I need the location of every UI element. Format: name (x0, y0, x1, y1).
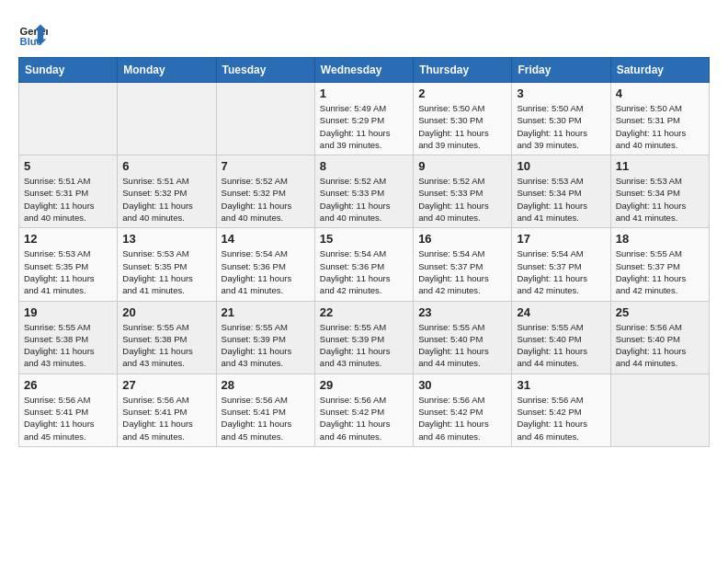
day-info: Sunrise: 5:50 AM Sunset: 5:30 PM Dayligh… (418, 102, 506, 151)
day-number: 2 (418, 86, 506, 100)
calendar-cell: 20Sunrise: 5:55 AM Sunset: 5:38 PM Dayli… (118, 301, 216, 373)
logo: General Blue (18, 18, 51, 48)
day-info: Sunrise: 5:54 AM Sunset: 5:36 PM Dayligh… (222, 247, 310, 296)
calendar-cell: 16Sunrise: 5:54 AM Sunset: 5:37 PM Dayli… (414, 228, 512, 301)
calendar-cell: 28Sunrise: 5:56 AM Sunset: 5:41 PM Dayli… (216, 373, 314, 446)
calendar-cell: 2Sunrise: 5:50 AM Sunset: 5:30 PM Daylig… (414, 83, 512, 155)
calendar-cell: 14Sunrise: 5:54 AM Sunset: 5:36 PM Dayli… (216, 228, 314, 301)
svg-text:General: General (20, 26, 48, 37)
calendar-cell: 22Sunrise: 5:55 AM Sunset: 5:39 PM Dayli… (314, 301, 413, 373)
calendar-cell: 24Sunrise: 5:55 AM Sunset: 5:40 PM Dayli… (512, 301, 610, 373)
page-header: General Blue (18, 18, 710, 48)
day-info: Sunrise: 5:53 AM Sunset: 5:35 PM Dayligh… (24, 247, 112, 296)
calendar-cell: 10Sunrise: 5:53 AM Sunset: 5:34 PM Dayli… (512, 155, 610, 228)
day-number: 11 (616, 159, 704, 173)
calendar-cell: 25Sunrise: 5:56 AM Sunset: 5:40 PM Dayli… (610, 301, 709, 373)
calendar-cell: 1Sunrise: 5:49 AM Sunset: 5:29 PM Daylig… (314, 83, 413, 155)
day-info: Sunrise: 5:56 AM Sunset: 5:42 PM Dayligh… (320, 394, 408, 442)
day-number: 3 (517, 86, 605, 100)
day-number: 15 (320, 232, 408, 246)
day-info: Sunrise: 5:50 AM Sunset: 5:31 PM Dayligh… (616, 102, 704, 151)
calendar-cell: 21Sunrise: 5:55 AM Sunset: 5:39 PM Dayli… (216, 301, 314, 373)
calendar-cell (610, 373, 709, 446)
day-info: Sunrise: 5:56 AM Sunset: 5:41 PM Dayligh… (222, 394, 310, 442)
day-info: Sunrise: 5:52 AM Sunset: 5:33 PM Dayligh… (320, 175, 408, 224)
day-number: 1 (320, 86, 408, 100)
day-info: Sunrise: 5:54 AM Sunset: 5:37 PM Dayligh… (517, 247, 605, 296)
calendar-cell: 23Sunrise: 5:55 AM Sunset: 5:40 PM Dayli… (414, 301, 512, 373)
day-info: Sunrise: 5:53 AM Sunset: 5:35 PM Dayligh… (122, 247, 210, 296)
day-info: Sunrise: 5:55 AM Sunset: 5:39 PM Dayligh… (222, 321, 310, 370)
day-info: Sunrise: 5:53 AM Sunset: 5:34 PM Dayligh… (517, 175, 605, 224)
day-number: 27 (122, 378, 210, 392)
calendar-cell: 12Sunrise: 5:53 AM Sunset: 5:35 PM Dayli… (19, 228, 118, 301)
day-number: 20 (122, 305, 210, 319)
day-number: 22 (320, 305, 408, 319)
calendar-week-5: 26Sunrise: 5:56 AM Sunset: 5:41 PM Dayli… (19, 373, 710, 446)
day-number: 12 (24, 232, 112, 246)
calendar-week-4: 19Sunrise: 5:55 AM Sunset: 5:38 PM Dayli… (19, 301, 710, 373)
day-info: Sunrise: 5:55 AM Sunset: 5:37 PM Dayligh… (616, 247, 704, 296)
day-info: Sunrise: 5:56 AM Sunset: 5:42 PM Dayligh… (517, 394, 605, 442)
day-number: 24 (517, 305, 605, 319)
day-number: 29 (320, 378, 408, 392)
day-info: Sunrise: 5:55 AM Sunset: 5:38 PM Dayligh… (122, 321, 210, 370)
calendar-cell: 26Sunrise: 5:56 AM Sunset: 5:41 PM Dayli… (19, 373, 118, 446)
calendar-cell: 9Sunrise: 5:52 AM Sunset: 5:33 PM Daylig… (414, 155, 512, 228)
day-info: Sunrise: 5:49 AM Sunset: 5:29 PM Dayligh… (320, 102, 408, 151)
weekday-header-saturday: Saturday (610, 58, 709, 83)
day-number: 14 (222, 232, 310, 246)
calendar-week-2: 5Sunrise: 5:51 AM Sunset: 5:31 PM Daylig… (19, 155, 710, 228)
calendar-cell: 11Sunrise: 5:53 AM Sunset: 5:34 PM Dayli… (610, 155, 709, 228)
day-info: Sunrise: 5:55 AM Sunset: 5:39 PM Dayligh… (320, 321, 408, 370)
day-info: Sunrise: 5:53 AM Sunset: 5:34 PM Dayligh… (616, 175, 704, 224)
calendar-table: SundayMondayTuesdayWednesdayThursdayFrid… (18, 57, 710, 447)
day-number: 18 (616, 232, 704, 246)
calendar-cell: 27Sunrise: 5:56 AM Sunset: 5:41 PM Dayli… (118, 373, 216, 446)
day-info: Sunrise: 5:55 AM Sunset: 5:40 PM Dayligh… (418, 321, 506, 370)
day-info: Sunrise: 5:56 AM Sunset: 5:40 PM Dayligh… (616, 321, 704, 370)
weekday-header-monday: Monday (118, 58, 216, 83)
day-number: 31 (517, 378, 605, 392)
day-number: 6 (122, 159, 210, 173)
day-number: 21 (222, 305, 310, 319)
calendar-cell: 13Sunrise: 5:53 AM Sunset: 5:35 PM Dayli… (118, 228, 216, 301)
day-number: 30 (418, 378, 506, 392)
weekday-header-thursday: Thursday (414, 58, 512, 83)
day-info: Sunrise: 5:54 AM Sunset: 5:37 PM Dayligh… (418, 247, 506, 296)
calendar-cell: 7Sunrise: 5:52 AM Sunset: 5:32 PM Daylig… (216, 155, 314, 228)
day-info: Sunrise: 5:56 AM Sunset: 5:42 PM Dayligh… (418, 394, 506, 442)
calendar-cell: 29Sunrise: 5:56 AM Sunset: 5:42 PM Dayli… (314, 373, 413, 446)
day-number: 23 (418, 305, 506, 319)
day-info: Sunrise: 5:54 AM Sunset: 5:36 PM Dayligh… (320, 247, 408, 296)
day-number: 10 (517, 159, 605, 173)
day-info: Sunrise: 5:52 AM Sunset: 5:32 PM Dayligh… (222, 175, 310, 224)
weekday-header-sunday: Sunday (19, 58, 118, 83)
day-info: Sunrise: 5:56 AM Sunset: 5:41 PM Dayligh… (122, 394, 210, 442)
day-number: 25 (616, 305, 704, 319)
day-number: 19 (24, 305, 112, 319)
calendar-cell: 19Sunrise: 5:55 AM Sunset: 5:38 PM Dayli… (19, 301, 118, 373)
day-info: Sunrise: 5:55 AM Sunset: 5:40 PM Dayligh… (517, 321, 605, 370)
calendar-cell: 4Sunrise: 5:50 AM Sunset: 5:31 PM Daylig… (610, 83, 709, 155)
calendar-week-1: 1Sunrise: 5:49 AM Sunset: 5:29 PM Daylig… (19, 83, 710, 155)
day-number: 13 (122, 232, 210, 246)
weekday-header-friday: Friday (512, 58, 610, 83)
day-info: Sunrise: 5:56 AM Sunset: 5:41 PM Dayligh… (24, 394, 112, 442)
calendar-week-3: 12Sunrise: 5:53 AM Sunset: 5:35 PM Dayli… (19, 228, 710, 301)
day-number: 7 (222, 159, 310, 173)
calendar-cell (19, 83, 118, 155)
day-info: Sunrise: 5:51 AM Sunset: 5:31 PM Dayligh… (24, 175, 112, 224)
calendar-cell: 3Sunrise: 5:50 AM Sunset: 5:30 PM Daylig… (512, 83, 610, 155)
calendar-cell: 6Sunrise: 5:51 AM Sunset: 5:32 PM Daylig… (118, 155, 216, 228)
logo-icon: General Blue (18, 18, 48, 48)
day-number: 28 (222, 378, 310, 392)
day-info: Sunrise: 5:51 AM Sunset: 5:32 PM Dayligh… (122, 175, 210, 224)
calendar-cell (216, 83, 314, 155)
day-number: 17 (517, 232, 605, 246)
day-info: Sunrise: 5:55 AM Sunset: 5:38 PM Dayligh… (24, 321, 112, 370)
day-info: Sunrise: 5:52 AM Sunset: 5:33 PM Dayligh… (418, 175, 506, 224)
calendar-cell: 15Sunrise: 5:54 AM Sunset: 5:36 PM Dayli… (314, 228, 413, 301)
calendar-cell: 17Sunrise: 5:54 AM Sunset: 5:37 PM Dayli… (512, 228, 610, 301)
day-number: 26 (24, 378, 112, 392)
